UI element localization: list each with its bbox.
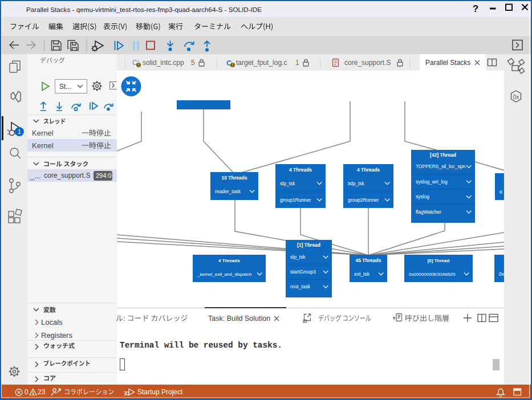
svg-text:group2Runner: group2Runner	[348, 197, 379, 203]
svg-text:4 Threads: 4 Threads	[357, 167, 380, 173]
svg-text:0x: 0x	[513, 94, 519, 100]
svg-text:[6] Thread: [6] Thread	[428, 258, 450, 263]
svg-text:root_task: root_task	[290, 284, 311, 289]
svg-text:slp_tsk: slp_tsk	[290, 254, 306, 260]
svg-text:[1] Thread: [1] Thread	[297, 242, 320, 248]
svg-text:K: K	[499, 189, 503, 195]
svg-text:45 Threads: 45 Threads	[356, 258, 381, 263]
svg-text:flagWatcher: flagWatcher	[416, 209, 441, 215]
svg-text:0x0: 0x0	[499, 271, 504, 277]
svg-text:reader_task: reader_task	[215, 189, 241, 194]
svg-text:!: !	[232, 63, 234, 68]
svg-text:4 Threads: 4 Threads	[289, 167, 312, 173]
svg-text:St...: St...	[59, 83, 71, 91]
svg-text:?: ?	[473, 3, 478, 14]
svg-text:syslog_wri_log: syslog_wri_log	[416, 179, 448, 185]
svg-text:startGroup3: startGroup3	[290, 269, 316, 275]
svg-text:slp_tsk: slp_tsk	[280, 181, 295, 186]
svg-text:group1Runner: group1Runner	[280, 197, 311, 203]
svg-text:[42] Thread: [42] Thread	[430, 152, 456, 158]
svg-text:ext_tsk: ext_tsk	[354, 271, 370, 277]
svg-text:TOPPERS_sil_loc_spn: TOPPERS_sil_loc_spn	[416, 164, 466, 169]
svg-text:1: 1	[18, 129, 21, 135]
svg-text:syslog: syslog	[416, 194, 429, 199]
svg-text:4 Threads: 4 Threads	[218, 258, 240, 263]
svg-text:tslp_tsk: tslp_tsk	[348, 181, 365, 186]
svg-text:10 Threads: 10 Threads	[222, 175, 247, 181]
svg-text:!: !	[138, 63, 140, 68]
svg-text:_kernel_exit_and_dispatch: _kernel_exit_and_dispatch	[197, 272, 251, 277]
svg-text:0x00000000E00A6520: 0x00000000E00A6520	[409, 272, 456, 277]
